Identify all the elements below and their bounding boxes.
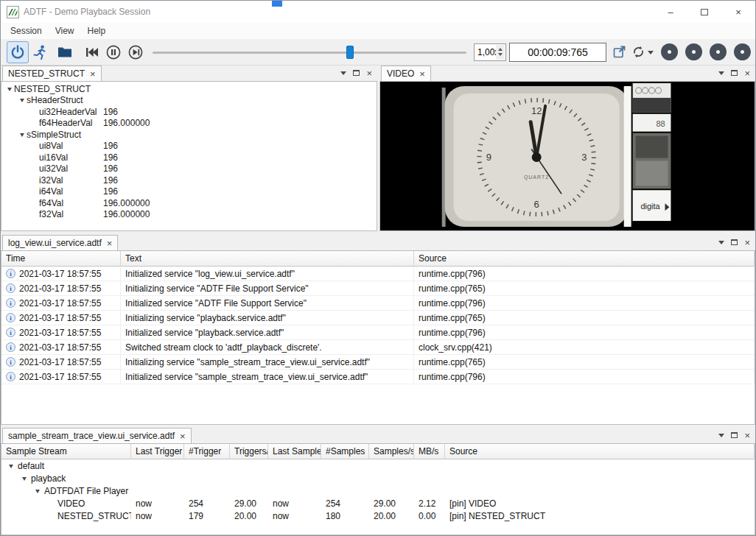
loop-dropdown-icon[interactable] xyxy=(648,51,654,57)
spin-up-icon[interactable] xyxy=(498,46,503,51)
column-header[interactable]: Last Sample xyxy=(268,444,321,459)
column-header[interactable]: #Trigger xyxy=(184,444,230,459)
timeline-slider-handle[interactable] xyxy=(346,46,354,59)
trace-row[interactable]: ADTFDAT File Player xyxy=(1,484,755,497)
marker-button-1[interactable] xyxy=(661,43,678,60)
skip-to-end-button[interactable] xyxy=(125,41,147,63)
log-row[interactable]: 2021-03-17 18:57:55 Switched stream cloc… xyxy=(1,340,755,355)
tab-video[interactable]: VIDEO × xyxy=(381,66,431,81)
column-header[interactable]: MB/s xyxy=(414,444,445,459)
close-button[interactable]: × xyxy=(721,1,755,23)
tree-row[interactable]: sHeaderStruct xyxy=(1,95,377,107)
panel-close-icon[interactable]: × xyxy=(744,238,750,247)
tree-row[interactable]: f32Val 196.000000 xyxy=(1,209,377,221)
column-header[interactable]: Text xyxy=(121,251,414,267)
tree-row[interactable]: NESTED_STRUCT xyxy=(1,83,377,95)
panel-menu-icon[interactable] xyxy=(340,71,346,78)
log-time-cell: 2021-03-17 18:57:55 xyxy=(1,370,121,384)
log-row[interactable]: 2021-03-17 18:57:55 Initialized service … xyxy=(1,325,755,340)
tab-close-icon[interactable]: × xyxy=(180,431,186,441)
tree-row[interactable]: ui32Val 196 xyxy=(1,163,377,175)
spin-down-icon[interactable] xyxy=(498,53,503,58)
pause-button[interactable] xyxy=(102,41,125,63)
log-row[interactable]: 2021-03-17 18:57:55 Initializing service… xyxy=(1,311,755,325)
float-panel-icon[interactable] xyxy=(731,239,738,245)
marker-button-3[interactable] xyxy=(710,43,727,60)
trace-row[interactable]: default xyxy=(1,459,755,472)
panel-menu-icon[interactable] xyxy=(718,241,724,247)
expand-arrow-icon[interactable] xyxy=(17,96,27,105)
log-time-cell: 2021-03-17 18:57:55 xyxy=(1,325,121,340)
struct-panel: NESTED_STRUCT × × xyxy=(1,66,377,231)
open-external-button[interactable] xyxy=(609,41,629,63)
tab-close-icon[interactable]: × xyxy=(107,239,113,248)
tree-row[interactable]: ui16Val 196 xyxy=(1,152,377,163)
panel-close-icon[interactable]: × xyxy=(744,431,750,440)
tab-close-icon[interactable]: × xyxy=(90,69,96,79)
open-folder-button[interactable] xyxy=(54,41,76,63)
column-header[interactable]: Time xyxy=(1,251,121,267)
menu-item[interactable]: View xyxy=(49,24,81,38)
expand-arrow-icon[interactable] xyxy=(17,130,27,139)
trace-row[interactable]: playback xyxy=(1,472,755,484)
float-panel-icon[interactable] xyxy=(731,70,738,76)
expand-arrow-icon[interactable] xyxy=(32,487,42,496)
tree-row[interactable]: ui8Val 196 xyxy=(1,141,377,152)
panel-close-icon[interactable]: × xyxy=(744,68,750,78)
panel-close-icon[interactable]: × xyxy=(366,68,372,78)
mb-per-s: 2.12 xyxy=(414,497,445,509)
speed-spinbox[interactable]: 1,00x xyxy=(474,43,506,61)
tab-trace-view[interactable]: sample_stream_trace_view.ui_service.adtf… xyxy=(2,428,192,443)
triggers-per-s xyxy=(230,459,268,472)
log-row[interactable]: 2021-03-17 18:57:55 Initializing service… xyxy=(1,355,755,370)
column-header[interactable]: Triggers/s xyxy=(230,444,268,459)
power-button[interactable] xyxy=(7,41,29,63)
tab-nested-struct[interactable]: NESTED_STRUCT × xyxy=(2,66,102,81)
menu-item[interactable]: Help xyxy=(81,24,113,38)
expand-arrow-icon[interactable] xyxy=(19,474,29,483)
marker-button-2[interactable] xyxy=(685,43,702,60)
panel-menu-icon[interactable] xyxy=(718,71,724,78)
expand-arrow-icon[interactable] xyxy=(4,85,14,94)
mb-per-s xyxy=(414,472,445,484)
panel-menu-icon[interactable] xyxy=(718,434,724,440)
log-row[interactable]: 2021-03-17 18:57:55 Initialized service … xyxy=(1,296,755,311)
run-button[interactable] xyxy=(29,41,51,63)
column-header[interactable]: Source xyxy=(445,444,755,459)
trace-row[interactable]: VIDEO now 254 29.00 now 254 29.00 2.12 [… xyxy=(1,497,755,509)
float-panel-icon[interactable] xyxy=(731,432,738,438)
column-header[interactable]: Source xyxy=(414,251,755,267)
tree-row[interactable]: i64Val 196 xyxy=(1,186,377,198)
adtf-logo-icon[interactable] xyxy=(7,6,19,18)
float-panel-icon[interactable] xyxy=(353,70,360,76)
tree-row[interactable]: f64HeaderVal 196.000000 xyxy=(1,118,377,130)
tree-row[interactable]: sSimpleStruct xyxy=(1,129,377,141)
slider-track[interactable] xyxy=(153,52,466,54)
svg-text:3: 3 xyxy=(581,152,587,163)
time-display[interactable]: 00:00:09:765 xyxy=(509,43,606,62)
column-header[interactable]: Last Trigger xyxy=(131,444,184,459)
menu-item[interactable]: Session xyxy=(4,24,49,38)
marker-button-4[interactable] xyxy=(734,43,751,60)
tab-log-view[interactable]: log_view.ui_service.adtf × xyxy=(2,235,118,250)
column-header[interactable]: #Samples xyxy=(321,444,369,459)
column-header[interactable]: Sample Stream xyxy=(1,444,131,459)
log-row[interactable]: 2021-03-17 18:57:55 Initialized service … xyxy=(1,267,755,281)
capture-artifact xyxy=(272,1,282,7)
column-header[interactable]: Samples/s xyxy=(369,444,414,459)
tree-row[interactable]: f64Val 196.000000 xyxy=(1,197,377,209)
trace-header-row: Sample StreamLast Trigger#TriggerTrigger… xyxy=(1,444,755,459)
tab-close-icon[interactable]: × xyxy=(419,69,425,79)
log-row[interactable]: 2021-03-17 18:57:55 Initializing service… xyxy=(1,281,755,296)
skip-to-start-button[interactable] xyxy=(80,41,102,63)
timeline-slider[interactable] xyxy=(153,43,466,61)
loop-button[interactable] xyxy=(629,41,648,63)
minimize-button[interactable]: – xyxy=(654,1,687,23)
tree-row[interactable]: i32Val 196 xyxy=(1,174,377,186)
trace-row[interactable]: NESTED_STRUCT now 179 20.00 now 180 20.0… xyxy=(1,509,755,522)
samples-per-s xyxy=(369,459,414,472)
maximize-button[interactable] xyxy=(687,1,721,23)
expand-arrow-icon[interactable] xyxy=(6,462,15,470)
log-row[interactable]: 2021-03-17 18:57:55 Initialized service … xyxy=(1,370,755,384)
tree-row[interactable]: ui32HeaderVal 196 xyxy=(1,106,377,118)
